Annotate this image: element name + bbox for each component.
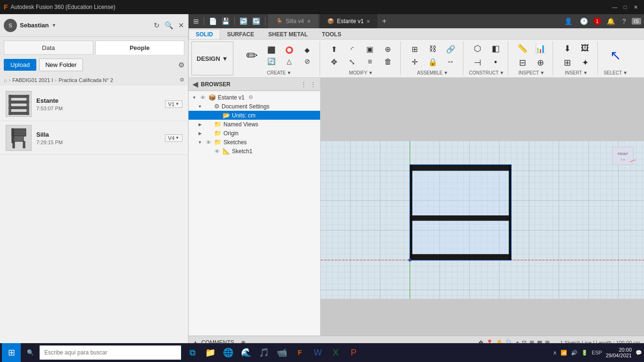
create-dropdown-icon[interactable]: ▼ (287, 70, 291, 75)
tree-expand-namedviews[interactable]: ▶ (197, 122, 203, 127)
modify-delete-button[interactable]: 🗑 (380, 56, 396, 68)
toolbar-grid-icon[interactable]: ⊞ (191, 17, 201, 25)
tree-expand-docsettings[interactable]: ▼ (197, 104, 203, 109)
insert-mesh-button[interactable]: ⊞ (559, 56, 576, 69)
create-revolve-button[interactable]: ⭕ (281, 45, 298, 55)
add-tab-button[interactable]: + (379, 17, 389, 25)
tree-item-sketches[interactable]: ▼ 👁 📁 Sketches (189, 138, 320, 147)
tree-expand-origin[interactable]: ▶ (197, 131, 203, 136)
modify-presspull-button[interactable]: ⬆ (326, 43, 343, 55)
browser-collapse-icon[interactable]: ◀ (192, 80, 198, 89)
tree-item-docsettings[interactable]: ▼ ⚙ Document Settings (189, 102, 320, 111)
taskbar-app-zoom[interactable]: 📹 (273, 344, 290, 361)
toolbar-help-icon[interactable]: ? (620, 17, 628, 25)
toolbar-bell-icon[interactable]: 🔔 (605, 17, 617, 25)
modify-combine-button[interactable]: ⊕ (380, 43, 396, 55)
tray-expand-icon[interactable]: ∧ (553, 350, 557, 356)
inspect-com-button[interactable]: ⊕ (532, 56, 549, 69)
canvas-area[interactable]: ◀ BROWSER ⋮ ⋮ ▼ 👁 📦 Estante v1 ⚙ (189, 78, 644, 362)
insert-canvas-button[interactable]: 🖼 (577, 42, 594, 55)
tree-vis-estante[interactable]: 👁 (199, 95, 206, 100)
ribbon-tab-sheetmetal[interactable]: SHEET METAL (261, 29, 315, 39)
tray-network-icon[interactable]: 📶 (561, 350, 567, 356)
create-sweep-button[interactable]: 🔄 (263, 56, 280, 66)
tree-item-sketch1[interactable]: 👁 📐 Sketch1 (189, 147, 320, 156)
version-badge-silla[interactable]: V4 (165, 134, 182, 142)
construct-point-button[interactable]: • (487, 56, 504, 69)
create-sketch-button[interactable]: ✏ (243, 45, 261, 66)
file-item-estante[interactable]: Estante 7:53:07 PM V1 (0, 87, 188, 121)
tree-vis-sketches[interactable]: 👁 (205, 140, 212, 145)
taskbar-app-explorer[interactable]: 📁 (202, 344, 219, 361)
inspect-section-button[interactable]: ⊟ (514, 56, 531, 69)
construct-planeatangle-button[interactable]: ◧ (487, 42, 504, 55)
create-hole-button[interactable]: ⊘ (299, 56, 316, 66)
toolbar-file-icon[interactable]: 📄 (207, 17, 219, 25)
assemble-dropdown-icon[interactable]: ▼ (444, 70, 448, 75)
create-extrude-button[interactable]: ⬛ (263, 45, 280, 55)
tree-item-estante[interactable]: ▼ 👁 📦 Estante v1 ⚙ (189, 93, 320, 102)
version-badge-estante[interactable]: V1 (165, 100, 182, 108)
refresh-icon[interactable]: ↻ (154, 21, 160, 30)
construct-offsetplane-button[interactable]: ⬡ (469, 42, 486, 55)
close-button[interactable]: ✕ (631, 2, 640, 12)
breadcrumb-project[interactable]: FABDIG01 2021 I (12, 77, 53, 83)
modify-shell-button[interactable]: ▣ (362, 43, 379, 55)
inspect-analysis-button[interactable]: 📊 (532, 42, 549, 55)
browser-handle-icon[interactable]: ⋮ (310, 81, 316, 88)
inspect-dropdown-icon[interactable]: ▼ (540, 70, 545, 75)
taskbar-app-powerpoint[interactable]: P (345, 344, 362, 361)
tree-expand-estante[interactable]: ▼ (191, 95, 197, 100)
folder-settings-icon[interactable]: ⚙ (178, 61, 184, 69)
taskbar-app-spotify[interactable]: 🎵 (256, 344, 272, 361)
design-button[interactable]: DESIGN ▼ (191, 41, 233, 75)
ribbon-tab-solid[interactable]: SOLID (189, 29, 220, 39)
modify-fillet-button[interactable]: ◜ (344, 43, 361, 55)
file-item-silla[interactable]: Silla 7:29:15 PM V4 (0, 121, 188, 155)
taskbar-clock[interactable]: 20:00 29/04/2021 (606, 347, 632, 358)
tab-estante[interactable]: 📦 Estante v1 ✕ (320, 14, 379, 28)
assemble-joint-button[interactable]: ⛓ (424, 43, 441, 55)
taskbar-app-word[interactable]: W (309, 344, 326, 361)
tree-item-origin[interactable]: ▶ 📁 Origin (189, 129, 320, 138)
assemble-asbuilt-button[interactable]: 🔗 (442, 43, 459, 55)
insert-derive-button[interactable]: ⬇ (559, 42, 576, 55)
taskbar-app-chrome[interactable]: 🌐 (220, 344, 237, 361)
modify-scale-button[interactable]: ⤡ (344, 56, 361, 68)
tab-estante-close[interactable]: ✕ (366, 19, 370, 24)
tree-item-namedviews[interactable]: ▶ 📁 Named Views (189, 120, 320, 129)
tray-volume-icon[interactable]: 🔊 (571, 350, 578, 356)
taskbar-app-taskview[interactable]: ⧉ (184, 344, 201, 361)
breadcrumb-folder[interactable]: Practica Calificada N° 2 (58, 77, 113, 83)
inspect-measure-button[interactable]: 📏 (514, 42, 531, 55)
toolbar-save-icon[interactable]: 💾 (220, 17, 231, 25)
new-folder-button[interactable]: New Folder (39, 58, 83, 71)
close-panel-icon[interactable]: ✕ (178, 21, 184, 30)
toolbar-redo-icon[interactable]: ↪️ (250, 17, 262, 25)
create-form-button[interactable]: ◆ (299, 45, 316, 55)
tree-settings-estante[interactable]: ⚙ (248, 94, 253, 100)
search-icon[interactable]: 🔍 (165, 21, 173, 30)
tab-data[interactable]: Data (4, 41, 93, 55)
tab-silla-close[interactable]: ✕ (307, 19, 311, 24)
minimize-button[interactable]: — (610, 2, 619, 12)
assemble-rigid-button[interactable]: 🔒 (424, 56, 441, 68)
ribbon-tab-tools[interactable]: TOOLS (315, 29, 348, 39)
search-taskbar-icon[interactable]: 🔍 (22, 344, 39, 361)
create-loft-button[interactable]: △ (281, 56, 298, 66)
tree-item-units[interactable]: 📂 Units: cm (189, 111, 320, 120)
taskbar-search-input[interactable] (40, 346, 181, 360)
user-dropdown-icon[interactable]: ▼ (51, 23, 56, 28)
toolbar-profile-icon[interactable]: 👤 (562, 17, 574, 25)
insert-svg-button[interactable]: ✦ (577, 56, 594, 69)
modify-move-button[interactable]: ✥ (326, 56, 343, 68)
sketch-canvas[interactable]: FRONT Z ▲ X (321, 78, 644, 362)
tree-expand-sketches[interactable]: ▼ (197, 140, 203, 145)
tree-vis-sketch1[interactable]: 👁 (213, 148, 221, 154)
modify-align-button[interactable]: ≡ (362, 56, 379, 68)
select-button[interactable]: ↖ (607, 45, 624, 66)
assemble-origin-button[interactable]: ✛ (406, 56, 423, 68)
upload-button[interactable]: Upload (4, 59, 36, 71)
modify-dropdown-icon[interactable]: ▼ (368, 70, 373, 75)
taskbar-app-edge[interactable]: 🌊 (238, 344, 255, 361)
